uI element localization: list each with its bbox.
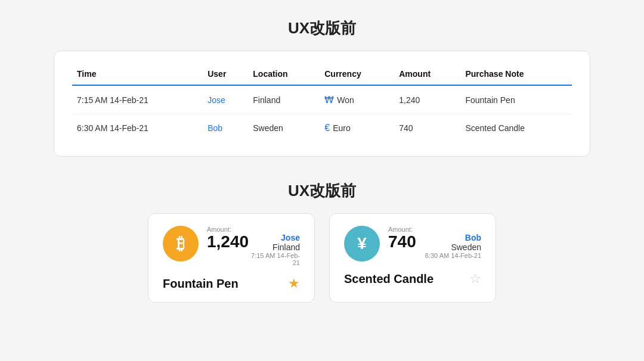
cell-currency: ₩ Won	[320, 85, 394, 114]
card-amount-value: 740	[388, 233, 416, 251]
card-top-right: Amount: 1,240 Jose Finland 7:15 AM 14-Fe…	[207, 226, 300, 266]
cell-amount: 1,240	[394, 85, 460, 114]
card-bottom: Scented Candle ☆	[344, 271, 481, 287]
product-card[interactable]: ¥ Amount: 740 Bob Sweden 6:30 AM 14-Feb-…	[329, 213, 496, 303]
currency-name: Won	[337, 95, 354, 105]
section1-title: UX改版前	[288, 18, 356, 39]
card-time: 7:15 AM 14-Feb-21	[249, 252, 300, 266]
card-user-name: Jose	[249, 233, 300, 242]
cell-note: Fountain Pen	[460, 85, 572, 114]
card-time: 6:30 AM 14-Feb-21	[425, 252, 481, 259]
card-location: Sweden	[425, 242, 481, 252]
col-header-amount: Amount	[394, 63, 460, 85]
cell-location: Finland	[248, 85, 320, 114]
cell-location: Sweden	[248, 114, 320, 142]
star-filled-icon[interactable]: ★	[288, 276, 300, 291]
section2-title: UX改版前	[288, 181, 356, 201]
cell-user[interactable]: Bob	[203, 114, 248, 142]
cell-amount: 740	[394, 114, 460, 142]
card-location: Finland	[249, 242, 300, 252]
cell-time: 7:15 AM 14-Feb-21	[72, 85, 203, 114]
card-bottom: Fountain Pen ★	[163, 276, 300, 291]
cell-time: 6:30 AM 14-Feb-21	[72, 114, 203, 142]
transactions-table: Time User Location Currency Amount Purch…	[72, 63, 572, 142]
card-user-name: Bob	[425, 233, 481, 242]
table-row: 6:30 AM 14-Feb-21 Bob Sweden € Euro 740 …	[72, 114, 572, 142]
col-header-location: Location	[248, 63, 320, 85]
card-user-block: Jose Finland 7:15 AM 14-Feb-21	[249, 233, 300, 266]
card-product-name: Fountain Pen	[163, 277, 239, 291]
table-container: Time User Location Currency Amount Purch…	[54, 51, 590, 157]
table-header-row: Time User Location Currency Amount Purch…	[72, 63, 572, 85]
star-empty-icon[interactable]: ☆	[469, 271, 481, 287]
currency-symbol-icon: ¥	[357, 234, 367, 253]
cell-note: Scented Candle	[460, 114, 572, 142]
col-header-currency: Currency	[320, 63, 394, 85]
currency-name: Euro	[333, 123, 351, 133]
card-top-right: Amount: 740 Bob Sweden 6:30 AM 14-Feb-21	[388, 226, 481, 259]
card-top: ¥ Amount: 740 Bob Sweden 6:30 AM 14-Feb-…	[344, 226, 481, 262]
col-header-note: Purchase Note	[460, 63, 572, 85]
cell-currency: € Euro	[320, 114, 394, 142]
product-card[interactable]: ₿ Amount: 1,240 Jose Finland 7:15 AM 14-…	[148, 213, 315, 303]
card-currency-icon: ₿	[163, 226, 199, 262]
card-currency-icon: ¥	[344, 226, 380, 262]
col-header-time: Time	[72, 63, 203, 85]
currency-symbol-icon: ₿	[177, 234, 185, 254]
table-row: 7:15 AM 14-Feb-21 Jose Finland ₩ Won 1,2…	[72, 85, 572, 114]
currency-icon: €	[324, 123, 330, 133]
card-product-name: Scented Candle	[344, 272, 434, 286]
card-amount-value: 1,240	[207, 233, 249, 251]
cards-wrapper: ₿ Amount: 1,240 Jose Finland 7:15 AM 14-…	[54, 213, 590, 303]
card-user-block: Bob Sweden 6:30 AM 14-Feb-21	[425, 233, 481, 259]
col-header-user: User	[203, 63, 248, 85]
card-top: ₿ Amount: 1,240 Jose Finland 7:15 AM 14-…	[163, 226, 300, 266]
cards-section: ₿ Amount: 1,240 Jose Finland 7:15 AM 14-…	[54, 213, 590, 303]
currency-icon: ₩	[324, 94, 334, 105]
cell-user[interactable]: Jose	[203, 85, 248, 114]
